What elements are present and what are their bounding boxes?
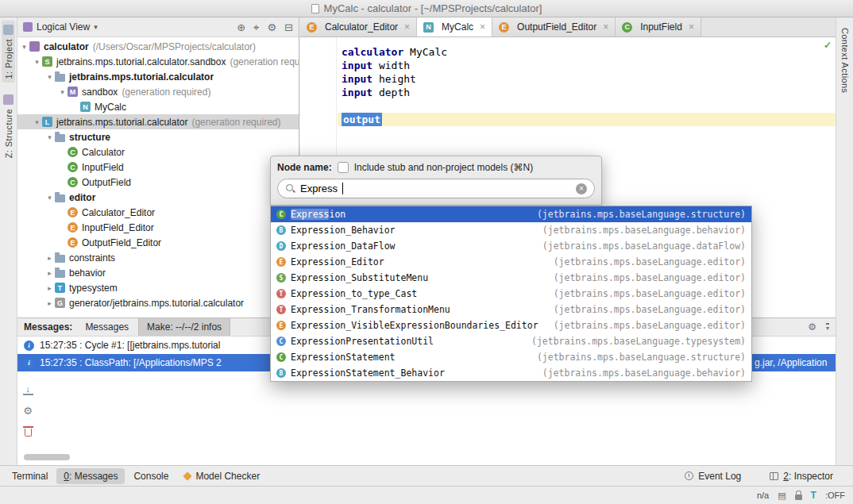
chevron-right-icon[interactable]: ▸	[44, 254, 55, 262]
concept-icon: C	[68, 147, 78, 157]
tree-item-structure[interactable]: ▾structure	[17, 129, 299, 144]
code-line[interactable]: input depth	[338, 86, 836, 99]
toolwindow-button-0-messages[interactable]: 0: Messages	[56, 468, 125, 484]
result-expressionstatement[interactable]: CExpressionStatement(jetbrains.mps.baseL…	[271, 349, 751, 365]
folder-icon	[55, 270, 65, 278]
solution-icon: S	[42, 56, 52, 67]
messages-tab-bar-icons: ⚙▾	[808, 321, 829, 333]
concept-icon: C	[68, 177, 78, 187]
tree-item-generator-jetbrains-mps-tutorial-calculator[interactable]: ▸Ggenerator/jetbrains.mps.tutorial.calcu…	[17, 295, 299, 310]
close-icon[interactable]: ×	[603, 21, 608, 33]
result-expressionpresentationutil[interactable]: CExpressionPresentationUtil(jetbrains.mp…	[271, 333, 751, 349]
settings-icon[interactable]: ⚙	[267, 22, 276, 33]
hide-icon[interactable]: ▾	[826, 323, 829, 331]
tree-item-jetbrains-mps-tutorial-calculator[interactable]: ▾Ljetbrains.mps.tutorial.calculator(gene…	[17, 114, 299, 129]
tree-item-editor[interactable]: ▾editor	[17, 190, 299, 205]
messages-toolbar: ⚙	[21, 385, 35, 437]
messages-tab-messages[interactable]: Messages	[77, 318, 137, 336]
result-expression-substitutemenu[interactable]: SExpression_SubstituteMenu(jetbrains.mps…	[271, 270, 751, 286]
export-icon[interactable]	[23, 385, 33, 395]
collapse-all-icon[interactable]: ⊟	[284, 22, 293, 33]
code-line[interactable]: input width	[338, 59, 836, 72]
result-expression-to-type-cast[interactable]: TExpression_to_type_Cast(jetbrains.mps.b…	[271, 286, 751, 302]
result-expression-editor[interactable]: EExpression_Editor(jetbrains.mps.baseLan…	[271, 254, 751, 270]
chevron-down-icon: ▾	[94, 23, 98, 31]
tree-item-calculator[interactable]: ▾calculator(/Users/Oscar/MPSProjects/cal…	[17, 39, 299, 54]
result-expression-visibleexpressionboundaries-editor[interactable]: EExpression_VisibleExpressionBoundaries_…	[271, 317, 751, 333]
result-expression[interactable]: CExpression(jetbrains.mps.baseLanguage.s…	[271, 206, 751, 222]
tree-item-jetbrains-mps-tutorial-calculator-sandbox[interactable]: ▾Sjetbrains.mps.tutorial.calculator.sand…	[17, 54, 299, 69]
messages-tab-make-2-infos[interactable]: Make: --/--/2 infos	[138, 318, 230, 336]
chevron-down-icon[interactable]: ▾	[44, 194, 55, 202]
toolwindow-button-2-inspector[interactable]: 2: Inspector	[762, 468, 840, 484]
view-selector[interactable]: Logical View	[37, 21, 90, 33]
code-line[interactable]	[338, 99, 836, 113]
result-expression-dataflow[interactable]: DExpression_DataFlow(jetbrains.mps.baseL…	[271, 238, 751, 254]
lock-icon[interactable]	[795, 494, 802, 500]
chevron-down-icon[interactable]: ▾	[32, 118, 42, 126]
chevron-down-icon[interactable]: ▾	[57, 88, 68, 96]
toolwindow-button-terminal[interactable]: Terminal	[5, 468, 55, 484]
tree-item-sandbox[interactable]: ▾Msandbox(generation required)	[17, 84, 299, 99]
inspector-icon	[770, 472, 778, 480]
gear-icon[interactable]: ⚙	[808, 321, 816, 333]
include-stub-checkbox[interactable]	[338, 162, 349, 173]
chevron-down-icon[interactable]: ▾	[32, 58, 42, 66]
clear-icon[interactable]: ×	[576, 183, 587, 194]
chevron-right-icon[interactable]: ▸	[44, 269, 55, 277]
tool-stripe-tab-z-structure[interactable]: Z: Structure	[2, 90, 15, 162]
right-tool-stripe: Context Actions	[836, 17, 853, 465]
search-field[interactable]: Express ×	[277, 179, 595, 198]
result-name: Expression_VisibleExpressionBoundaries_E…	[291, 320, 538, 331]
result-expressionstatement-behavior[interactable]: BExpressionStatement_Behavior(jetbrains.…	[271, 365, 751, 381]
locate-icon[interactable]: ⊕	[237, 22, 245, 33]
tree-item-calculator[interactable]: CCalculator	[17, 144, 299, 160]
toolwindow-button-console[interactable]: Console	[126, 468, 176, 484]
toolwindow-button-model-checker[interactable]: Model Checker	[177, 468, 267, 484]
toolwindow-button-event-log[interactable]: Event Log	[677, 468, 748, 484]
include-stub-checkbox-label[interactable]: Include stub and non-project models (⌘N)	[354, 162, 533, 173]
editor-tab-calculator-editor[interactable]: ECalculator_Editor×	[300, 17, 417, 37]
tree-item-jetbrains-mps-tutorial-calculator[interactable]: ▾jetbrains.mps.tutorial.calculator	[17, 69, 299, 84]
status-value[interactable]: n/a	[757, 491, 769, 500]
hector-icon[interactable]: ▤	[778, 491, 785, 501]
toggle-letter[interactable]: T	[811, 490, 816, 501]
title-bar: MyCalc - calculator - [~/MPSProjects/cal…	[0, 0, 853, 17]
scroll-from-source-icon[interactable]: ⌖	[253, 22, 259, 33]
tree-item-outputfield-editor[interactable]: EOutputField_Editor	[17, 235, 299, 250]
code-line[interactable]: output	[338, 113, 836, 126]
editor-tab-outputfield-editor[interactable]: EOutputField_Editor×	[492, 17, 616, 37]
tree-item-typesystem[interactable]: ▸Ttypesystem	[17, 280, 299, 295]
model-checker-icon	[183, 471, 192, 480]
chevron-down-icon[interactable]: ▾	[19, 43, 29, 51]
horizontal-scrollbar[interactable]	[24, 454, 70, 460]
close-icon[interactable]: ×	[404, 21, 410, 33]
editor-tab-mycalc[interactable]: NMyCalc×	[417, 17, 492, 37]
tree-item-outputfield[interactable]: COutputField	[17, 175, 299, 190]
chevron-down-icon[interactable]: ▾	[44, 133, 55, 141]
tool-stripe-tab-context-actions[interactable]: Context Actions	[839, 24, 851, 97]
message-text: 15:27:35 : ClassPath: [/Applications/MPS…	[40, 357, 222, 368]
settings-icon[interactable]: ⚙	[23, 406, 33, 416]
tool-stripe-tab-1-project[interactable]: 1: Project	[2, 21, 15, 83]
chevron-right-icon[interactable]: ▸	[44, 299, 55, 307]
result-expression-transformationmenu[interactable]: TExpression_TransformationMenu(jetbrains…	[271, 302, 751, 317]
tree-item-behavior[interactable]: ▸behavior	[17, 265, 299, 280]
editor-tab-inputfield[interactable]: CInputField×	[616, 17, 701, 37]
close-icon[interactable]: ×	[689, 21, 694, 33]
clear-icon[interactable]	[25, 426, 32, 437]
code-line[interactable]: input height	[338, 72, 836, 86]
search-input[interactable]: Express	[300, 183, 338, 194]
tree-item-mycalc[interactable]: NMyCalc	[17, 99, 299, 114]
tree-item-inputfield[interactable]: CInputField	[17, 160, 299, 175]
tree-item-calculator-editor[interactable]: ECalculator_Editor	[17, 205, 299, 220]
chevron-down-icon[interactable]: ▾	[44, 73, 55, 81]
result-name: Expression_TransformationMenu	[291, 304, 450, 315]
result-name: Expression_SubstituteMenu	[291, 272, 428, 283]
close-icon[interactable]: ×	[480, 21, 485, 33]
chevron-right-icon[interactable]: ▸	[44, 284, 55, 292]
result-expression-behavior[interactable]: BExpression_Behavior(jetbrains.mps.baseL…	[271, 222, 751, 238]
code-line[interactable]: calculator MyCalc	[338, 45, 836, 59]
tree-item-constraints[interactable]: ▸constraints	[17, 250, 299, 265]
tree-item-inputfield-editor[interactable]: EInputField_Editor	[17, 220, 299, 235]
